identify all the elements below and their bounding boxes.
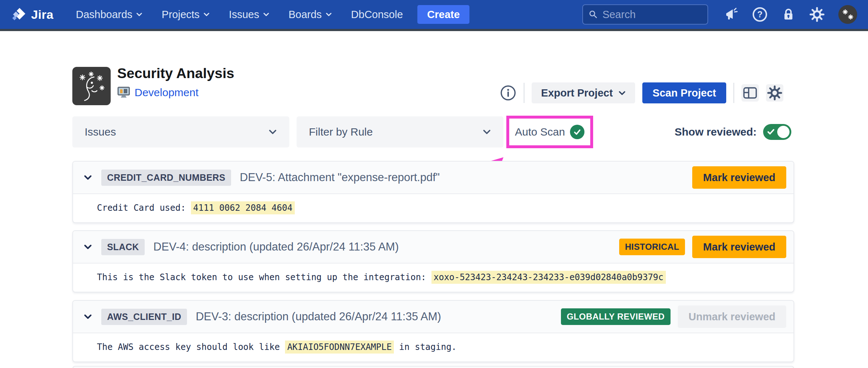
nav-projects[interactable]: Projects bbox=[162, 9, 209, 21]
check-icon bbox=[767, 128, 775, 136]
project-link[interactable]: Development bbox=[135, 86, 199, 99]
svg-text:?: ? bbox=[757, 9, 763, 19]
finding-card: SLACK DEV-4: description (updated 26/Apr… bbox=[72, 230, 794, 292]
auto-scan-label: Auto Scan bbox=[515, 126, 565, 138]
divider bbox=[524, 83, 524, 103]
nav-boards[interactable]: Boards bbox=[289, 9, 332, 21]
chevron-down-icon bbox=[326, 13, 332, 17]
finding-content: Credit Card used: 4111 0062 2084 4604 bbox=[73, 194, 793, 222]
layout-panels-button[interactable] bbox=[741, 84, 759, 102]
expand-chevron-icon[interactable] bbox=[84, 244, 92, 249]
finding-header: CREDIT_CARD_NUMBERS DEV-5: Attachment "e… bbox=[73, 162, 793, 194]
finding-title: DEV-5: Attachment "expense-report.pdf" bbox=[240, 171, 440, 184]
lock-icon bbox=[781, 7, 796, 22]
jira-logo-icon bbox=[11, 7, 27, 22]
app-avatar bbox=[72, 67, 111, 105]
check-icon bbox=[573, 128, 582, 136]
filter-by-rule-dropdown[interactable]: Filter by Rule bbox=[297, 116, 503, 147]
nav-dbconsole[interactable]: DbConsole bbox=[351, 9, 403, 21]
rule-badge: AWS_CLIENT_ID bbox=[101, 309, 187, 325]
sensitive-match-highlight: AKIAIO5FODNN7EXAMPLE bbox=[285, 341, 394, 354]
help-button[interactable]: ? bbox=[752, 7, 768, 22]
primary-nav: Dashboards Projects Issues Boards DbCons… bbox=[76, 9, 403, 21]
issues-dropdown[interactable]: Issues bbox=[72, 116, 289, 147]
auto-scan-toggle[interactable] bbox=[570, 125, 584, 139]
expand-chevron-icon[interactable] bbox=[84, 175, 92, 180]
finding-card: AWS_CLIENT_ID DEV-3: description (update… bbox=[72, 300, 794, 362]
chevron-down-icon bbox=[618, 91, 626, 95]
finding-card-partial bbox=[72, 366, 794, 368]
info-icon bbox=[500, 85, 516, 101]
finding-header: AWS_CLIENT_ID DEV-3: description (update… bbox=[73, 301, 793, 333]
jira-logo[interactable]: Jira bbox=[11, 7, 54, 22]
page-title: Security Analysis bbox=[117, 65, 234, 81]
show-reviewed-label: Show reviewed: bbox=[675, 126, 757, 138]
status-badge: GLOBALLY REVIEWED bbox=[561, 308, 671, 325]
chevron-down-icon bbox=[263, 13, 269, 17]
search-icon bbox=[589, 9, 598, 20]
page-settings-button[interactable] bbox=[766, 84, 783, 102]
user-avatar[interactable] bbox=[838, 5, 857, 24]
sensitive-match-highlight: 4111 0062 2084 4604 bbox=[191, 201, 295, 214]
chevron-down-icon bbox=[136, 13, 142, 17]
avatar-snowflake-art bbox=[841, 7, 855, 22]
chevron-down-icon bbox=[268, 129, 277, 135]
face-snowflakes-art bbox=[76, 70, 107, 102]
filter-bar: Issues Filter by Rule Auto Scan Show rev… bbox=[72, 116, 796, 147]
finding-content: The AWS access key should look like AKIA… bbox=[73, 333, 793, 361]
gear-icon bbox=[767, 85, 783, 101]
brand-name: Jira bbox=[31, 8, 54, 22]
settings-button[interactable] bbox=[809, 7, 825, 22]
finding-header: SLACK DEV-4: description (updated 26/Apr… bbox=[73, 231, 793, 264]
create-button[interactable]: Create bbox=[417, 5, 469, 24]
mark-reviewed-button[interactable]: Mark reviewed bbox=[692, 166, 786, 189]
expand-chevron-icon[interactable] bbox=[84, 314, 92, 319]
header-controls: Export Project Scan Project bbox=[500, 82, 783, 103]
announcements-button[interactable] bbox=[724, 7, 739, 22]
page-header: Security Analysis Development Export Pro… bbox=[72, 67, 796, 107]
finding-card: CREDIT_CARD_NUMBERS DEV-5: Attachment "e… bbox=[72, 161, 794, 223]
export-project-button[interactable]: Export Project bbox=[532, 82, 635, 103]
status-badge: HISTORICAL bbox=[619, 239, 685, 255]
megaphone-icon bbox=[724, 7, 739, 22]
show-reviewed-control: Show reviewed: bbox=[675, 116, 791, 147]
chevron-down-icon bbox=[204, 13, 209, 17]
computer-icon bbox=[117, 86, 130, 99]
top-navigation: Jira Dashboards Projects Issues Boards D… bbox=[0, 0, 868, 29]
rule-badge: SLACK bbox=[101, 239, 145, 255]
finding-title: DEV-3: description (updated 26/Apr/24 11… bbox=[196, 310, 441, 323]
rule-badge: CREDIT_CARD_NUMBERS bbox=[101, 170, 231, 186]
info-button[interactable] bbox=[500, 85, 516, 101]
mark-reviewed-button[interactable]: Mark reviewed bbox=[692, 236, 786, 258]
finding-title: DEV-4: description (updated 26/Apr/24 11… bbox=[153, 240, 399, 253]
divider bbox=[733, 83, 734, 103]
toggle-knob bbox=[777, 126, 790, 138]
finding-content: This is the Slack token to use when sett… bbox=[73, 264, 793, 291]
unmark-reviewed-button[interactable]: Unmark reviewed bbox=[678, 305, 786, 328]
nav-utility-icons: ? bbox=[724, 5, 857, 24]
permissions-button[interactable] bbox=[781, 7, 796, 22]
scan-project-button[interactable]: Scan Project bbox=[642, 82, 726, 103]
search-box[interactable] bbox=[582, 4, 708, 25]
nav-issues[interactable]: Issues bbox=[229, 9, 269, 21]
nav-dashboards[interactable]: Dashboards bbox=[76, 9, 142, 21]
gear-icon bbox=[809, 7, 825, 22]
show-reviewed-toggle[interactable] bbox=[763, 124, 791, 140]
panels-icon bbox=[743, 85, 758, 100]
sensitive-match-highlight: xoxo-523423-234243-234233-e039d02840a0b9… bbox=[431, 271, 666, 284]
project-breadcrumb: Development bbox=[117, 86, 199, 99]
help-icon: ? bbox=[752, 7, 768, 22]
chevron-down-icon bbox=[482, 129, 491, 135]
auto-scan-annotation-box: Auto Scan bbox=[506, 116, 593, 148]
nav-bottom-border bbox=[0, 29, 868, 31]
search-input[interactable] bbox=[603, 9, 702, 21]
